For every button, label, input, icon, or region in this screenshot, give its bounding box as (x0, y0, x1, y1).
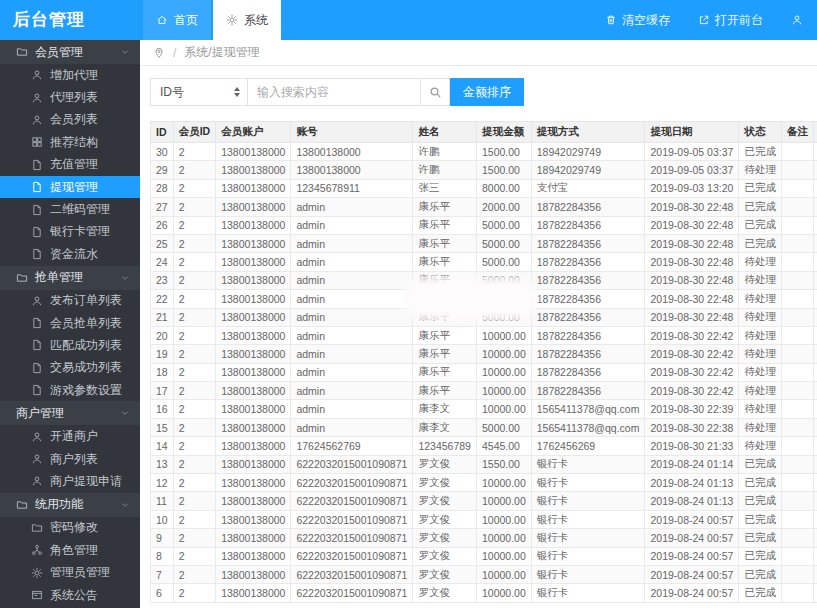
cell-amount: 5000.00 (476, 234, 531, 252)
location-pin-icon (153, 47, 165, 59)
sidebar-item[interactable]: 商户提现申请 (0, 470, 140, 492)
open-frontend-button[interactable]: 打开前台 (698, 12, 763, 29)
cell-date: 2019-08-24 00:57 (645, 529, 739, 547)
chevron-down-icon (120, 500, 130, 510)
sidebar-section-2[interactable]: 商户管理 (0, 401, 140, 425)
cell-amount: 10000.00 (476, 492, 531, 510)
sidebar-item[interactable]: 系统公告 (0, 584, 140, 606)
cell-status: 已完成 (739, 492, 782, 510)
file-icon (31, 339, 43, 351)
amount-sort-button[interactable]: 金额排序 (450, 78, 524, 106)
sidebar-item[interactable]: 游戏参数设置 (0, 379, 140, 401)
cell-member-id: 2 (173, 510, 216, 528)
cell-date: 2019-09-05 03:37 (645, 143, 739, 161)
cell-date: 2019-09-05 03:37 (645, 161, 739, 179)
sidebar-item[interactable]: 代理列表 (0, 86, 140, 108)
filter-select[interactable]: ID号 (150, 78, 248, 106)
cell-name: 123456789 (413, 437, 477, 455)
sidebar-item[interactable]: 会员列表 (0, 109, 140, 131)
cell-number: admin (291, 326, 413, 344)
cell-amount: 2000.00 (476, 198, 531, 216)
user-icon (31, 69, 43, 81)
search-button[interactable] (420, 79, 449, 105)
sidebar-item[interactable]: 提现管理 (0, 176, 140, 198)
sidebar-item-label: 会员列表 (50, 111, 98, 128)
cell-name: 康乐平 (413, 253, 477, 271)
cell-member-id: 2 (173, 234, 216, 252)
cell-name: 康乐平 (413, 382, 477, 400)
cell-remark (781, 382, 813, 400)
sidebar-item[interactable]: 资金流水 (0, 243, 140, 265)
column-header: ID (151, 122, 174, 143)
sidebar-item[interactable]: 角色管理 (0, 539, 140, 561)
cell-id: 18 (151, 363, 174, 381)
cell-remark (781, 584, 813, 602)
cell-amount: 10000.00 (476, 529, 531, 547)
table-row: 25213800138000admin康乐平5000.0018782284356… (151, 234, 817, 252)
sidebar-section-0[interactable]: 会员管理 (0, 40, 140, 64)
folder-icon (31, 522, 43, 534)
clear-cache-button[interactable]: 清空缓存 (605, 12, 670, 29)
sidebar-section-label: 抢单管理 (35, 269, 83, 286)
cell-id: 9 (151, 529, 174, 547)
file-icon (31, 248, 43, 260)
sidebar-item[interactable]: 银行卡管理 (0, 221, 140, 243)
tab-system[interactable]: 系统 (213, 0, 281, 40)
column-header: 提现日期 (645, 122, 739, 143)
search-input[interactable] (248, 79, 420, 105)
sidebar-menu: 会员管理增加代理代理列表会员列表推荐结构充值管理提现管理二维码管理银行卡管理资金… (0, 40, 140, 606)
sidebar-item[interactable]: 推荐结构 (0, 131, 140, 153)
cell-operations: 提现 || 退回 || 删除 (813, 437, 817, 455)
sidebar: 后台管理 会员管理增加代理代理列表会员列表推荐结构充值管理提现管理二维码管理银行… (0, 0, 140, 608)
sidebar-item[interactable]: 开通商户 (0, 425, 140, 447)
cell-id: 23 (151, 271, 174, 289)
cell-id: 8 (151, 547, 174, 565)
sidebar-item[interactable]: 会员抢单列表 (0, 312, 140, 334)
sidebar-item[interactable]: 商户列表 (0, 448, 140, 470)
tab-label: 首页 (174, 12, 198, 29)
sidebar-item[interactable]: 增加代理 (0, 64, 140, 86)
sidebar-item[interactable]: 匹配成功列表 (0, 334, 140, 356)
cell-date: 2019-08-24 01:13 (645, 474, 739, 492)
cell-member-id: 2 (173, 547, 216, 565)
cell-number: 17624562769 (291, 437, 413, 455)
column-header: 提现金额 (476, 122, 531, 143)
sidebar-item[interactable]: 交易成功列表 (0, 357, 140, 379)
sidebar-item[interactable]: 二维码管理 (0, 198, 140, 220)
cell-number: admin (291, 400, 413, 418)
cell-method: 18782284356 (531, 382, 645, 400)
tab-home[interactable]: 首页 (143, 0, 211, 40)
cell-member-id: 2 (173, 529, 216, 547)
table-row: 26213800138000admin康乐平5000.0018782284356… (151, 216, 817, 234)
grid-icon (31, 136, 43, 148)
sidebar-item[interactable]: 充值管理 (0, 154, 140, 176)
sidebar-section-3[interactable]: 统用功能 (0, 493, 140, 517)
cell-amount: 1500.00 (476, 143, 531, 161)
cell-id: 17 (151, 382, 174, 400)
sidebar-section-1[interactable]: 抢单管理 (0, 266, 140, 290)
sidebar-item[interactable]: 管理员管理 (0, 561, 140, 583)
search-group (248, 78, 450, 106)
cell-method: 银行卡 (531, 510, 645, 528)
cell-operations: 提现 || 退回 || 删除 (813, 382, 817, 400)
column-header: 状态 (739, 122, 782, 143)
cell-number: 6222032015001090871 (291, 455, 413, 473)
cell-operations: 提现 || 退回 || 删除 (813, 529, 817, 547)
sidebar-item[interactable]: 密码修改 (0, 517, 140, 539)
user-icon (31, 295, 43, 307)
file-icon (31, 159, 43, 171)
sidebar-item[interactable]: 发布订单列表 (0, 290, 140, 312)
cell-member-id: 2 (173, 253, 216, 271)
cell-status: 待处理 (739, 308, 782, 326)
sidebar-item-label: 推荐结构 (50, 134, 98, 151)
cell-status: 已完成 (739, 474, 782, 492)
cell-method: 银行卡 (531, 547, 645, 565)
user-menu-button[interactable] (791, 14, 803, 26)
breadcrumb-separator: / (173, 46, 176, 60)
cell-account: 13800138000 (216, 271, 291, 289)
cell-member-id: 2 (173, 143, 216, 161)
cell-status: 待处理 (739, 290, 782, 308)
file-icon (31, 226, 43, 238)
cell-id: 7 (151, 565, 174, 583)
cell-number: admin (291, 271, 413, 289)
